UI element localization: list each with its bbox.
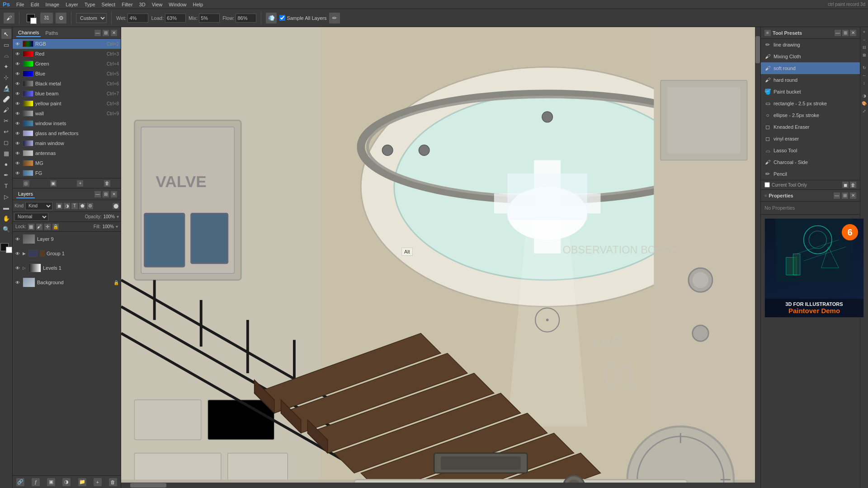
filter-adj-btn[interactable]: ◑ [64, 203, 70, 209]
eye-mg[interactable]: 👁 [14, 160, 21, 166]
preset-line-drawing[interactable]: ✏ line drawing [761, 39, 860, 51]
tool-presets-expand-btn[interactable]: ⊞ [842, 30, 849, 36]
load-channel-as-selection-btn[interactable]: ◎ [23, 180, 29, 187]
channel-window-insets[interactable]: 👁 window insets [13, 118, 121, 128]
move-tool[interactable]: ↖ [1, 29, 11, 39]
filter-toggle[interactable]: ⬤ [113, 203, 119, 209]
fg-bg-color-swatch[interactable] [24, 11, 38, 25]
eye-rgb[interactable]: 👁 [14, 41, 21, 47]
eye-background[interactable]: 👁 [14, 279, 21, 286]
preset-rectangle[interactable]: ▭ rectangle - 2.5 px stroke [761, 98, 860, 109]
group-arrow[interactable]: ▶ [23, 251, 26, 256]
brush-tool-icon[interactable]: 🖌 [4, 13, 14, 23]
channel-blue[interactable]: 👁 Blue Ctrl+5 [13, 69, 121, 79]
filter-shape-btn[interactable]: ⬟ [79, 203, 85, 209]
preset-lasso-tool[interactable]: ⌓ Lasso Tool [761, 145, 860, 156]
gradient-tool[interactable]: ▦ [1, 148, 11, 158]
path-select-tool[interactable]: ▷ [1, 192, 11, 202]
new-channel-btn[interactable]: + [77, 180, 83, 187]
mini-rotate[interactable]: ↻ [861, 65, 868, 71]
sample-all-layers-checkbox-label[interactable]: Sample All Layers [279, 15, 326, 21]
channels-close-btn[interactable]: ✕ [111, 30, 117, 36]
layers-mode-select[interactable]: Normal [14, 213, 48, 221]
brush-settings-icon[interactable]: ⚙ [56, 13, 66, 23]
delete-channel-btn[interactable]: 🗑 [104, 180, 110, 187]
menu-3d[interactable]: 3D [139, 2, 146, 7]
paths-tab[interactable]: Paths [43, 29, 60, 37]
layers-filter-select[interactable]: Kind [25, 202, 52, 210]
mini-zoom-in[interactable]: + [861, 29, 868, 35]
preset-soft-round[interactable]: 🖌 soft round [761, 62, 860, 74]
preset-charcoal-side[interactable]: 🖌 Charcoal - Side [761, 156, 860, 168]
load-input[interactable] [165, 14, 186, 23]
channel-main-window[interactable]: 👁 main window [13, 138, 121, 148]
layers-expand-btn[interactable]: ⊞ [103, 191, 109, 197]
crop-tool[interactable]: ⊹ [1, 72, 11, 82]
eye-layer9[interactable]: 👁 [14, 236, 21, 242]
mini-actual[interactable]: ⊠ [861, 52, 868, 58]
eye-blue[interactable]: 👁 [14, 70, 21, 77]
add-layer-style-btn[interactable]: ƒ [32, 478, 40, 486]
props-expand-btn[interactable]: ⊞ [842, 192, 848, 199]
menu-layer[interactable]: Layer [66, 2, 78, 7]
lock-image-btn[interactable]: 🖌 [36, 224, 42, 230]
airbrush-icon[interactable]: 💨 [266, 13, 277, 23]
fill-chevron[interactable]: ▾ [116, 224, 118, 229]
save-selection-as-channel-btn[interactable]: ▣ [50, 180, 57, 187]
eye-fg[interactable]: 👁 [14, 170, 21, 176]
layer-row-layer9[interactable]: 👁 Layer 9 [13, 232, 121, 246]
preset-paint-bucket[interactable]: 🪣 Paint bucket [761, 86, 860, 98]
props-collapse-btn[interactable]: — [834, 192, 840, 199]
history-brush-tool[interactable]: ↩ [1, 127, 11, 136]
channel-rgb[interactable]: 👁 RGB Ctrl+2 [13, 39, 121, 49]
eyedropper-tool[interactable]: 🔬 [1, 83, 11, 93]
mini-flip-v[interactable]: ↕ [861, 80, 868, 86]
menu-file[interactable]: File [16, 2, 24, 7]
preset-pencil[interactable]: ✏ Pencil [761, 168, 860, 180]
eye-wi[interactable]: 👁 [14, 120, 21, 127]
preset-hard-round[interactable]: 🖌 hard round [761, 74, 860, 86]
channels-tab[interactable]: Channels [16, 29, 41, 37]
menu-filter[interactable]: Filter [122, 2, 132, 7]
layer-row-group1[interactable]: 👁 ▶ Group 1 [13, 246, 121, 261]
shape-tool[interactable]: ▬ [1, 202, 11, 212]
channel-glass[interactable]: 👁 glass and reflectors [13, 128, 121, 138]
mini-flip-h[interactable]: ↔ [861, 72, 868, 79]
horizontal-scrollbar[interactable] [121, 483, 755, 488]
eye-bm[interactable]: 👁 [14, 80, 21, 87]
props-drag-handle[interactable]: ≡ [764, 193, 767, 198]
edit-icon[interactable]: ✏ [329, 13, 340, 23]
tool-presets-drag[interactable]: ≡ [764, 30, 771, 36]
opacity-chevron[interactable]: ▾ [117, 214, 119, 219]
eye-levels1[interactable]: 👁 [14, 265, 21, 271]
menu-view[interactable]: View [152, 2, 163, 7]
channel-green[interactable]: 👁 Green Ctrl+4 [13, 59, 121, 69]
channel-blue-beam[interactable]: 👁 blue beam Ctrl+7 [13, 89, 121, 99]
filter-text-btn[interactable]: T [71, 203, 78, 209]
new-adjustment-btn[interactable]: ◑ [62, 478, 71, 486]
current-tool-checkbox[interactable] [764, 182, 770, 188]
preset-vinyl-eraser[interactable]: ◻ vinyl eraser [761, 133, 860, 145]
channel-wall[interactable]: 👁 wall Ctrl+9 [13, 108, 121, 118]
brush-tool[interactable]: 🖌 [1, 105, 11, 115]
quick-select-tool[interactable]: ✦ [1, 61, 11, 71]
text-tool[interactable]: T [1, 181, 11, 191]
add-layer-mask-btn[interactable]: ▣ [47, 478, 55, 486]
new-group-btn[interactable]: 📁 [78, 478, 86, 486]
spot-heal-tool[interactable]: 🩹 [1, 94, 11, 104]
channels-collapse-btn[interactable]: — [94, 30, 101, 36]
tool-presets-close-btn[interactable]: ✕ [850, 30, 856, 36]
eye-mw[interactable]: 👁 [14, 140, 21, 146]
menu-window[interactable]: Window [169, 2, 186, 7]
eye-gr[interactable]: 👁 [14, 130, 21, 136]
layers-close-btn[interactable]: ✕ [111, 191, 117, 197]
menu-image[interactable]: Image [46, 2, 60, 7]
channel-yellow-paint[interactable]: 👁 yellow paint Ctrl+8 [13, 99, 121, 108]
preset-delete-btn[interactable]: 🗑 [850, 182, 856, 188]
flow-input[interactable] [236, 14, 256, 23]
brush-size-icon[interactable]: 31 [40, 13, 53, 23]
filter-toggle-btn[interactable]: ⬤ [113, 203, 119, 209]
preset-mixing-cloth[interactable]: 🖌 Mixing Cloth [761, 51, 860, 62]
pen-tool[interactable]: ✒ [1, 170, 11, 180]
lock-position-btn[interactable]: ✛ [44, 224, 51, 230]
